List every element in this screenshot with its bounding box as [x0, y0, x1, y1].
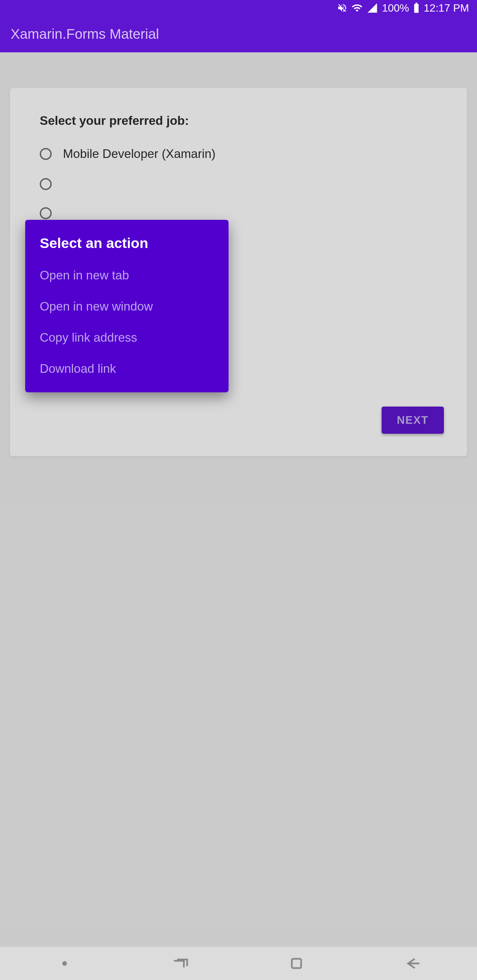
dialog-title: Select an action: [40, 235, 214, 251]
battery-icon: [413, 3, 420, 13]
nav-menu-dot[interactable]: [48, 953, 81, 974]
wifi-icon: [351, 2, 363, 14]
svg-rect-0: [414, 4, 418, 13]
nav-recent-apps[interactable]: [164, 953, 197, 974]
battery-percent-text: 100%: [382, 2, 409, 14]
clock-text: 12:17 PM: [424, 2, 469, 14]
page-body: Select your preferred job: Mobile Develo…: [0, 52, 477, 947]
android-nav-bar: [0, 947, 477, 980]
dialog-scrim[interactable]: [0, 52, 477, 947]
nav-back[interactable]: [396, 953, 429, 974]
app-title: Xamarin.Forms Material: [11, 26, 159, 42]
svg-rect-1: [415, 3, 417, 4]
dialog-item-open-new-window[interactable]: Open in new window: [40, 300, 214, 313]
mute-icon: [337, 3, 348, 13]
dialog-item-download-link[interactable]: Download link: [40, 362, 214, 376]
nav-home[interactable]: [280, 953, 313, 974]
dialog-item-open-new-tab[interactable]: Open in new tab: [40, 269, 214, 282]
signal-icon: [367, 2, 378, 14]
action-dialog: Select an action Open in new tab Open in…: [25, 220, 228, 392]
svg-rect-2: [292, 959, 301, 968]
app-bar: Xamarin.Forms Material: [0, 16, 477, 52]
dialog-item-copy-link[interactable]: Copy link address: [40, 331, 214, 345]
status-bar: 100% 12:17 PM: [0, 0, 477, 16]
